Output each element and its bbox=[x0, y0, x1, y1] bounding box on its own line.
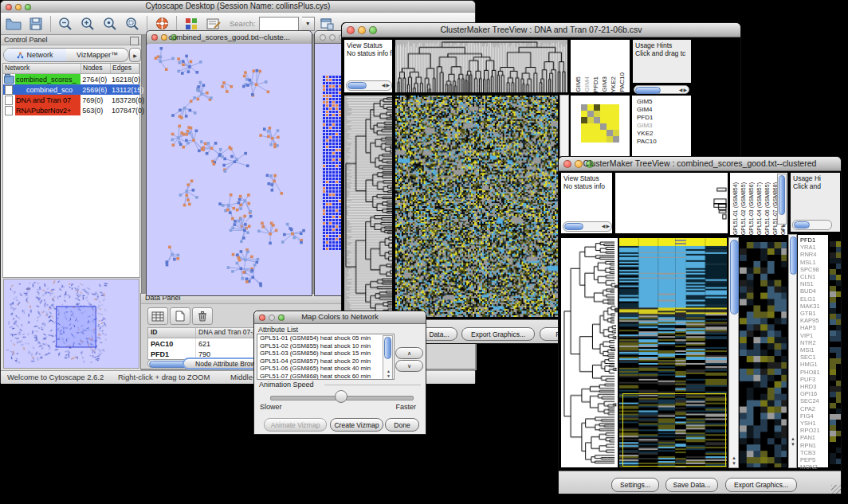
resize-grip[interactable] bbox=[831, 485, 842, 494]
scroll-down-icon[interactable]: ▼ bbox=[732, 461, 736, 466]
open-session-button[interactable] bbox=[4, 15, 23, 33]
tab-network[interactable]: Network bbox=[4, 49, 66, 61]
gene-label[interactable]: GIM5 bbox=[637, 98, 691, 106]
export-graphics-button[interactable]: Export Graphics... bbox=[725, 478, 797, 492]
scroll-thumb[interactable] bbox=[790, 236, 797, 275]
network-row-selected[interactable]: combined_sco 2569(6) 13112(15) bbox=[3, 84, 139, 95]
attribute-list-item[interactable]: GPL51-07 (GSM868) heat shock 60 min bbox=[260, 373, 394, 380]
gene-label[interactable]: PEP5 bbox=[800, 456, 828, 463]
zoom-fit-button[interactable] bbox=[123, 15, 142, 33]
export-graphics-button[interactable]: Export Graphics... bbox=[461, 327, 535, 341]
gene-label[interactable]: GIM4 bbox=[637, 106, 691, 114]
netwin1-titlebar[interactable]: combined_scores_good.txt--cluste... bbox=[147, 31, 312, 45]
scroll-down-icon[interactable]: ▼ bbox=[387, 374, 391, 378]
usage-hints-hscrollbar[interactable]: ◀▶ bbox=[634, 85, 689, 94]
gene-label[interactable]: YRA1 bbox=[800, 244, 828, 251]
gene-label[interactable]: MAK31 bbox=[800, 303, 828, 310]
gene-label[interactable]: PAC10 bbox=[637, 138, 691, 146]
close-icon[interactable] bbox=[320, 34, 326, 41]
new-attribute-button[interactable] bbox=[170, 307, 190, 325]
gene-label[interactable]: KAP95 bbox=[800, 317, 828, 324]
gene-label[interactable]: HAP3 bbox=[800, 324, 828, 331]
scroll-up-icon[interactable]: ▲ bbox=[732, 455, 736, 460]
zoom-in-button[interactable] bbox=[78, 15, 97, 33]
scroll-left-icon[interactable]: ◀ bbox=[679, 88, 683, 92]
gene-label[interactable]: GIM3 bbox=[637, 122, 691, 130]
gene-list-vscrollbar[interactable]: ▲▼ bbox=[788, 234, 797, 468]
gene-label[interactable]: VIP1 bbox=[800, 332, 828, 339]
scroll-thumb[interactable] bbox=[730, 240, 739, 315]
attribute-list-item[interactable]: GPL51-03 (GSM856) heat shock 15 min bbox=[260, 350, 394, 357]
gene-label[interactable]: PAN1 bbox=[800, 434, 828, 441]
column-dendrogram[interactable] bbox=[614, 172, 728, 234]
treeview2-titlebar[interactable]: ClusterMaker TreeView : combined_scores_… bbox=[559, 157, 841, 171]
global-heatmap[interactable] bbox=[395, 95, 559, 318]
search-dropdown-arrow[interactable]: ▼ bbox=[302, 17, 315, 31]
gene-label[interactable]: TCB3 bbox=[800, 449, 828, 456]
network-canvas[interactable] bbox=[147, 44, 312, 295]
gene-label[interactable]: YSH1 bbox=[800, 420, 828, 427]
gene-label[interactable]: RPN1 bbox=[800, 442, 828, 449]
tabs-overflow-button[interactable]: ▶ bbox=[129, 48, 141, 62]
col-network[interactable]: Network bbox=[3, 64, 81, 73]
gene-label[interactable]: MSL1 bbox=[800, 259, 828, 266]
row-dendrogram[interactable] bbox=[560, 237, 618, 468]
attribute-list-item[interactable]: GPL51-01 (GSM854) heat shock 05 min bbox=[260, 334, 394, 342]
move-up-button[interactable]: ∧ bbox=[395, 347, 423, 359]
scroll-down-icon[interactable]: ▼ bbox=[791, 442, 795, 447]
attribute-list-vscrollbar[interactable]: ▲▼ bbox=[383, 335, 393, 380]
scroll-thumb[interactable] bbox=[779, 175, 785, 215]
attribute-list-item[interactable]: GPL51-02 (GSM855) heat shock 10 min bbox=[260, 342, 394, 350]
zoom-heatmap[interactable] bbox=[739, 241, 787, 468]
scroll-thumb[interactable] bbox=[384, 337, 391, 359]
correlation-matrix[interactable] bbox=[581, 104, 619, 143]
create-vizmap-button[interactable]: Create Vizmap bbox=[330, 418, 383, 432]
gene-label[interactable]: RPO21 bbox=[800, 427, 828, 434]
view-status-hscrollbar[interactable]: ◀▶ bbox=[563, 221, 612, 232]
scroll-down-icon[interactable]: ▼ bbox=[781, 229, 786, 233]
gene-label[interactable]: BUD4 bbox=[800, 287, 828, 295]
scroll-left-icon[interactable]: ◀ bbox=[602, 224, 606, 229]
minimize-icon[interactable] bbox=[329, 34, 336, 41]
scroll-right-icon[interactable]: ▶ bbox=[606, 224, 610, 229]
scroll-thumb[interactable] bbox=[635, 87, 661, 94]
gene-label[interactable]: RNR4 bbox=[800, 251, 828, 258]
col-id[interactable]: ID bbox=[148, 328, 196, 338]
gene-label[interactable]: GTB1 bbox=[800, 310, 828, 317]
row-dendrogram[interactable] bbox=[344, 95, 393, 318]
col-edges[interactable]: Edges bbox=[111, 64, 139, 73]
zoom-out-button[interactable] bbox=[56, 15, 75, 33]
gene-label[interactable]: FIG4 bbox=[800, 412, 828, 420]
scroll-thumb[interactable] bbox=[794, 221, 810, 229]
scroll-up-icon[interactable]: ▲ bbox=[791, 436, 795, 441]
float-panel-icon[interactable] bbox=[130, 37, 139, 45]
main-titlebar[interactable]: Cytoscape Desktop (Session Name: collins… bbox=[1, 1, 475, 14]
gene-label[interactable]: NIS1 bbox=[800, 280, 828, 287]
tab-vizmapper[interactable]: VizMapper™ bbox=[66, 49, 128, 61]
gene-label[interactable]: ELG1 bbox=[800, 295, 828, 303]
gene-label[interactable]: PFD1 bbox=[800, 236, 828, 244]
gene-label[interactable]: SEC24 bbox=[800, 397, 828, 404]
settings-button[interactable]: Settings... bbox=[611, 478, 659, 492]
gene-label[interactable]: GPI16 bbox=[800, 390, 828, 397]
dialog-titlebar[interactable]: Map Colors to Network bbox=[254, 311, 426, 324]
gene-label[interactable]: YKE2 bbox=[637, 130, 691, 138]
gene-label[interactable]: NTR2 bbox=[800, 339, 828, 346]
gene-label[interactable]: CPA2 bbox=[800, 405, 828, 412]
birdseye-view[interactable] bbox=[3, 279, 139, 369]
gene-label[interactable]: PFD1 bbox=[637, 114, 691, 122]
select-attributes-button[interactable] bbox=[147, 307, 168, 325]
save-data-button[interactable]: Save Data... bbox=[665, 478, 718, 492]
speed-slider-thumb[interactable] bbox=[335, 390, 347, 403]
scroll-right-icon[interactable]: ▶ bbox=[386, 83, 390, 88]
scroll-thumb[interactable] bbox=[564, 223, 583, 230]
scroll-thumb[interactable] bbox=[347, 82, 367, 89]
gene-label[interactable]: PUF3 bbox=[800, 376, 828, 383]
gene-label[interactable]: MSI1 bbox=[800, 346, 828, 354]
done-button[interactable]: Done bbox=[385, 418, 419, 432]
labels-vscrollbar[interactable] bbox=[777, 174, 787, 225]
animate-vizmap-button[interactable]: Animate Vizmap bbox=[264, 418, 327, 432]
gene-label[interactable]: SEC1 bbox=[800, 354, 828, 361]
network-row[interactable]: DNA and Tran 07 769(0) 183728(0) bbox=[3, 95, 139, 105]
gene-label[interactable]: HRD3 bbox=[800, 383, 828, 390]
